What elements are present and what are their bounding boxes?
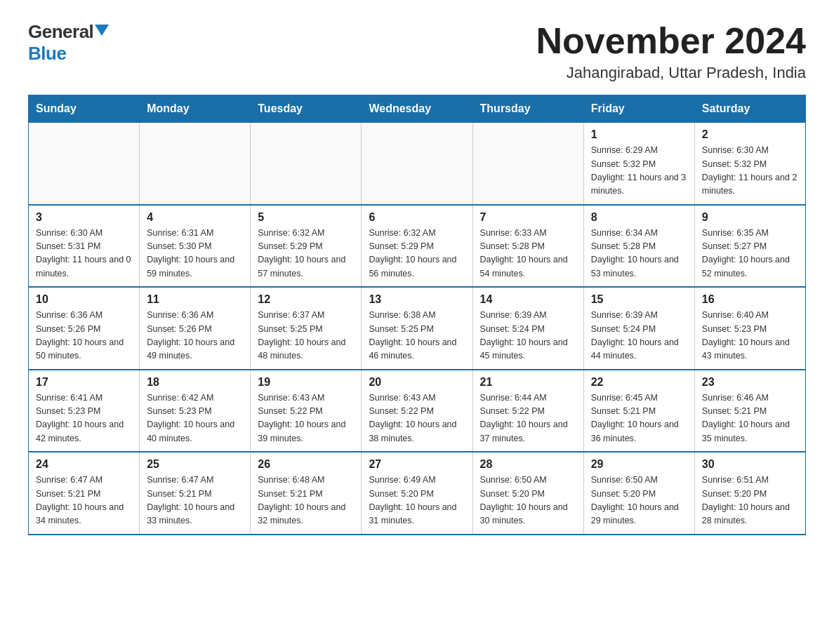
day-number: 28: [480, 458, 576, 471]
calendar-cell: 13Sunrise: 6:38 AMSunset: 5:25 PMDayligh…: [362, 287, 472, 370]
day-number: 22: [591, 376, 687, 389]
day-info: Sunrise: 6:49 AMSunset: 5:20 PMDaylight:…: [369, 474, 465, 528]
day-number: 11: [147, 293, 243, 306]
weekday-header-sunday: Sunday: [29, 95, 140, 123]
weekday-header-saturday: Saturday: [694, 95, 805, 123]
day-number: 19: [258, 376, 354, 389]
day-number: 15: [591, 293, 687, 306]
logo: General Blue: [28, 21, 109, 65]
day-number: 12: [258, 293, 354, 306]
day-number: 8: [591, 211, 687, 224]
calendar-cell: 1Sunrise: 6:29 AMSunset: 5:32 PMDaylight…: [583, 123, 694, 205]
weekday-header-row: SundayMondayTuesdayWednesdayThursdayFrid…: [29, 95, 806, 123]
calendar-cell: 10Sunrise: 6:36 AMSunset: 5:26 PMDayligh…: [29, 287, 140, 370]
calendar-cell: 21Sunrise: 6:44 AMSunset: 5:22 PMDayligh…: [472, 370, 583, 452]
calendar-cell: 3Sunrise: 6:30 AMSunset: 5:31 PMDaylight…: [29, 205, 140, 288]
calendar-cell: 2Sunrise: 6:30 AMSunset: 5:32 PMDaylight…: [694, 123, 805, 205]
day-info: Sunrise: 6:42 AMSunset: 5:23 PMDaylight:…: [147, 391, 243, 446]
day-number: 20: [369, 376, 465, 389]
calendar-title-area: November 2024 Jahangirabad, Uttar Prades…: [536, 21, 806, 82]
calendar-cell: 9Sunrise: 6:35 AMSunset: 5:27 PMDaylight…: [694, 205, 805, 288]
day-info: Sunrise: 6:50 AMSunset: 5:20 PMDaylight:…: [480, 474, 576, 528]
calendar-week-row: 1Sunrise: 6:29 AMSunset: 5:32 PMDaylight…: [29, 123, 806, 205]
day-info: Sunrise: 6:39 AMSunset: 5:24 PMDaylight:…: [591, 309, 687, 363]
day-number: 5: [258, 211, 354, 224]
calendar-cell: 12Sunrise: 6:37 AMSunset: 5:25 PMDayligh…: [251, 287, 362, 370]
day-number: 14: [480, 293, 576, 306]
day-number: 1: [591, 128, 687, 141]
calendar-cell: 6Sunrise: 6:32 AMSunset: 5:29 PMDaylight…: [362, 205, 472, 288]
day-number: 21: [480, 376, 576, 389]
calendar-cell: 18Sunrise: 6:42 AMSunset: 5:23 PMDayligh…: [140, 370, 251, 452]
day-number: 25: [147, 458, 243, 471]
day-info: Sunrise: 6:43 AMSunset: 5:22 PMDaylight:…: [258, 391, 354, 446]
calendar-week-row: 24Sunrise: 6:47 AMSunset: 5:21 PMDayligh…: [29, 452, 806, 535]
day-info: Sunrise: 6:34 AMSunset: 5:28 PMDaylight:…: [591, 227, 687, 281]
calendar-cell: 25Sunrise: 6:47 AMSunset: 5:21 PMDayligh…: [140, 452, 251, 535]
weekday-header-tuesday: Tuesday: [251, 95, 362, 123]
calendar-cell: 27Sunrise: 6:49 AMSunset: 5:20 PMDayligh…: [362, 452, 472, 535]
day-number: 29: [591, 458, 687, 471]
day-info: Sunrise: 6:38 AMSunset: 5:25 PMDaylight:…: [369, 309, 465, 363]
calendar-cell: [472, 123, 583, 205]
day-info: Sunrise: 6:33 AMSunset: 5:28 PMDaylight:…: [480, 227, 576, 281]
month-title: November 2024: [536, 21, 806, 61]
page-header: General Blue November 2024 Jahangirabad,…: [28, 21, 806, 82]
calendar-table: SundayMondayTuesdayWednesdayThursdayFrid…: [28, 95, 806, 535]
day-number: 7: [480, 211, 576, 224]
day-number: 30: [702, 458, 798, 471]
day-info: Sunrise: 6:51 AMSunset: 5:20 PMDaylight:…: [702, 474, 798, 528]
day-number: 2: [702, 128, 798, 141]
calendar-week-row: 3Sunrise: 6:30 AMSunset: 5:31 PMDaylight…: [29, 205, 806, 288]
day-number: 4: [147, 211, 243, 224]
calendar-cell: 28Sunrise: 6:50 AMSunset: 5:20 PMDayligh…: [472, 452, 583, 535]
calendar-cell: 5Sunrise: 6:32 AMSunset: 5:29 PMDaylight…: [251, 205, 362, 288]
day-number: 26: [258, 458, 354, 471]
weekday-header-thursday: Thursday: [472, 95, 583, 123]
calendar-cell: [29, 123, 140, 205]
calendar-cell: 4Sunrise: 6:31 AMSunset: 5:30 PMDaylight…: [140, 205, 251, 288]
day-info: Sunrise: 6:32 AMSunset: 5:29 PMDaylight:…: [369, 227, 465, 281]
day-number: 3: [36, 211, 132, 224]
weekday-header-friday: Friday: [583, 95, 694, 123]
weekday-header-wednesday: Wednesday: [362, 95, 472, 123]
calendar-cell: 15Sunrise: 6:39 AMSunset: 5:24 PMDayligh…: [583, 287, 694, 370]
calendar-cell: 30Sunrise: 6:51 AMSunset: 5:20 PMDayligh…: [694, 452, 805, 535]
calendar-cell: [251, 123, 362, 205]
calendar-cell: [140, 123, 251, 205]
day-number: 17: [36, 376, 132, 389]
calendar-week-row: 17Sunrise: 6:41 AMSunset: 5:23 PMDayligh…: [29, 370, 806, 452]
day-number: 27: [369, 458, 465, 471]
calendar-cell: 29Sunrise: 6:50 AMSunset: 5:20 PMDayligh…: [583, 452, 694, 535]
day-info: Sunrise: 6:31 AMSunset: 5:30 PMDaylight:…: [147, 227, 243, 281]
day-info: Sunrise: 6:29 AMSunset: 5:32 PMDaylight:…: [591, 144, 687, 199]
calendar-cell: 16Sunrise: 6:40 AMSunset: 5:23 PMDayligh…: [694, 287, 805, 370]
calendar-cell: 17Sunrise: 6:41 AMSunset: 5:23 PMDayligh…: [29, 370, 140, 452]
location-subtitle: Jahangirabad, Uttar Pradesh, India: [536, 64, 806, 82]
calendar-week-row: 10Sunrise: 6:36 AMSunset: 5:26 PMDayligh…: [29, 287, 806, 370]
calendar-cell: 8Sunrise: 6:34 AMSunset: 5:28 PMDaylight…: [583, 205, 694, 288]
day-info: Sunrise: 6:40 AMSunset: 5:23 PMDaylight:…: [702, 309, 798, 363]
calendar-cell: 26Sunrise: 6:48 AMSunset: 5:21 PMDayligh…: [251, 452, 362, 535]
day-info: Sunrise: 6:30 AMSunset: 5:31 PMDaylight:…: [36, 227, 132, 281]
weekday-header-monday: Monday: [140, 95, 251, 123]
day-number: 13: [369, 293, 465, 306]
day-info: Sunrise: 6:36 AMSunset: 5:26 PMDaylight:…: [147, 309, 243, 363]
calendar-cell: 24Sunrise: 6:47 AMSunset: 5:21 PMDayligh…: [29, 452, 140, 535]
day-info: Sunrise: 6:39 AMSunset: 5:24 PMDaylight:…: [480, 309, 576, 363]
calendar-cell: 23Sunrise: 6:46 AMSunset: 5:21 PMDayligh…: [694, 370, 805, 452]
day-info: Sunrise: 6:47 AMSunset: 5:21 PMDaylight:…: [147, 474, 243, 528]
calendar-cell: [362, 123, 472, 205]
calendar-cell: 14Sunrise: 6:39 AMSunset: 5:24 PMDayligh…: [472, 287, 583, 370]
day-info: Sunrise: 6:45 AMSunset: 5:21 PMDaylight:…: [591, 391, 687, 446]
logo-general-text: General: [28, 21, 93, 43]
day-info: Sunrise: 6:41 AMSunset: 5:23 PMDaylight:…: [36, 391, 132, 446]
calendar-cell: 22Sunrise: 6:45 AMSunset: 5:21 PMDayligh…: [583, 370, 694, 452]
day-info: Sunrise: 6:37 AMSunset: 5:25 PMDaylight:…: [258, 309, 354, 363]
calendar-body: 1Sunrise: 6:29 AMSunset: 5:32 PMDaylight…: [29, 123, 806, 535]
day-info: Sunrise: 6:50 AMSunset: 5:20 PMDaylight:…: [591, 474, 687, 528]
day-info: Sunrise: 6:47 AMSunset: 5:21 PMDaylight:…: [36, 474, 132, 528]
day-info: Sunrise: 6:46 AMSunset: 5:21 PMDaylight:…: [702, 391, 798, 446]
day-number: 18: [147, 376, 243, 389]
day-number: 24: [36, 458, 132, 471]
